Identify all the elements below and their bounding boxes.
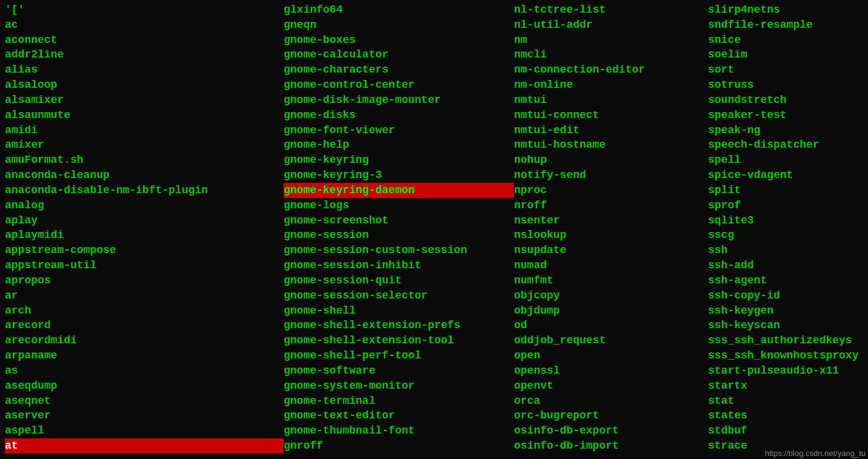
list-item: nmtui: [514, 93, 708, 108]
list-item: nmtui-connect: [514, 108, 708, 123]
list-item: gnroff: [284, 438, 514, 454]
list-item: gnome-font-viewer: [284, 123, 514, 138]
list-item: amixer: [5, 137, 284, 153]
list-item: ssh-copy-id: [708, 288, 868, 303]
list-item: gnome-shell-extension-tool: [284, 333, 514, 348]
list-item: alsaunmute: [5, 108, 284, 123]
list-item: sort: [708, 62, 868, 78]
list-item: gnome-shell: [284, 303, 514, 319]
list-item: nm-online: [514, 78, 708, 93]
watermark: https://blog.csdn.net/yang_tu: [765, 449, 866, 458]
list-item: osinfo-db-export: [514, 423, 708, 438]
list-item: spell: [708, 153, 868, 168]
list-item: stdbuf: [708, 423, 868, 438]
list-item: sss_ssh_knownhostsproxy: [708, 348, 868, 363]
list-item: notify-send: [514, 168, 708, 183]
list-item: ssh-agent: [708, 273, 868, 288]
list-item: sprof: [708, 198, 868, 213]
list-item: gnome-session-quit: [284, 273, 514, 288]
list-item: ssh: [708, 243, 868, 258]
column-2: glxinfo64gneqngnome-boxesgnome-calculato…: [284, 2, 514, 454]
list-item: ssh-add: [708, 258, 868, 273]
list-item: gnome-disk-image-mounter: [284, 93, 514, 108]
list-item: gnome-control-center: [284, 78, 514, 93]
list-item: ssh-keyscan: [708, 318, 868, 333]
list-item: nm-connection-editor: [514, 62, 708, 78]
list-item: od: [514, 318, 708, 333]
list-item: appstream-compose: [5, 243, 284, 258]
list-item: anaconda-disable-nm-ibft-plugin: [5, 183, 284, 198]
list-item: arecord: [5, 318, 284, 333]
list-item: ac: [5, 18, 284, 33]
list-item: split: [708, 183, 868, 198]
list-item: numfmt: [514, 273, 708, 288]
list-item: nroff: [514, 198, 708, 213]
list-item: nproc: [514, 183, 708, 198]
list-item: speech-dispatcher: [708, 137, 868, 153]
list-item: gnome-help: [284, 137, 514, 153]
list-item: sqlite3: [708, 213, 868, 228]
list-item: gnome-keyring: [284, 153, 514, 168]
list-item: sss_ssh_authorizedkeys: [708, 333, 868, 348]
list-item: gnome-system-monitor: [284, 378, 514, 394]
list-item: osinfo-db-import: [514, 438, 708, 454]
list-item: nmtui-hostname: [514, 137, 708, 153]
list-item: aspell: [5, 423, 284, 438]
list-item: openvt: [514, 378, 708, 394]
list-item: alias: [5, 62, 284, 78]
list-item: slirp4netns: [708, 2, 868, 18]
list-item: speaker-test: [708, 108, 868, 123]
list-item: apropos: [5, 273, 284, 288]
list-item: arecordmidi: [5, 333, 284, 348]
column-4: slirp4netnssndfile-resamplesnicesoelimso…: [708, 2, 868, 454]
list-item: gnome-session-selector: [284, 288, 514, 303]
list-item: ar: [5, 288, 284, 303]
list-item: gnome-text-editor: [284, 408, 514, 423]
terminal: '['acaconnectaddr2linealiasalsaloopalsam…: [0, 0, 868, 459]
list-item: gnome-boxes: [284, 33, 514, 48]
list-item: gnome-shell-extension-prefs: [284, 318, 514, 333]
list-item: spice-vdagent: [708, 168, 868, 183]
list-item: soundstretch: [708, 93, 868, 108]
list-item: nmtui-edit: [514, 123, 708, 138]
list-item: gnome-terminal: [284, 394, 514, 409]
list-item: speak-ng: [708, 123, 868, 138]
list-item: aplaymidi: [5, 228, 284, 243]
list-item: anaconda-cleanup: [5, 168, 284, 183]
column-1: '['acaconnectaddr2linealiasalsaloopalsam…: [5, 2, 284, 454]
list-item: appstream-util: [5, 258, 284, 273]
list-item: aseqdump: [5, 378, 284, 394]
list-item: soelim: [708, 47, 868, 62]
list-item: gnome-calculator: [284, 47, 514, 62]
list-item: gnome-keyring-daemon: [284, 183, 514, 198]
list-item: objdump: [514, 303, 708, 319]
list-item: alsamixer: [5, 93, 284, 108]
list-item: gnome-thumbnail-font: [284, 423, 514, 438]
list-item: stat: [708, 394, 868, 409]
list-item: gnome-keyring-3: [284, 168, 514, 183]
list-item: sndfile-resample: [708, 18, 868, 33]
list-item: analog: [5, 198, 284, 213]
list-item: objcopy: [514, 288, 708, 303]
list-item: nmcli: [514, 47, 708, 62]
list-item: gnome-characters: [284, 62, 514, 78]
list-item: ssh-keygen: [708, 303, 868, 319]
list-item: nl-tctree-list: [514, 2, 708, 18]
list-item: orc-bugreport: [514, 408, 708, 423]
list-item: aplay: [5, 213, 284, 228]
list-item: gnome-logs: [284, 198, 514, 213]
list-item: nsenter: [514, 213, 708, 228]
list-item: gnome-disks: [284, 108, 514, 123]
list-item: nohup: [514, 153, 708, 168]
list-item: aconnect: [5, 33, 284, 48]
list-item: gnome-software: [284, 363, 514, 378]
list-item: gnome-shell-perf-tool: [284, 348, 514, 363]
list-item: nl-util-addr: [514, 18, 708, 33]
list-item: openssl: [514, 363, 708, 378]
list-item: '[': [5, 2, 284, 18]
list-item: arpaname: [5, 348, 284, 363]
list-item: amuFormat.sh: [5, 153, 284, 168]
list-item: startx: [708, 378, 868, 394]
list-item: as: [5, 363, 284, 378]
list-item: aseqnet: [5, 394, 284, 409]
